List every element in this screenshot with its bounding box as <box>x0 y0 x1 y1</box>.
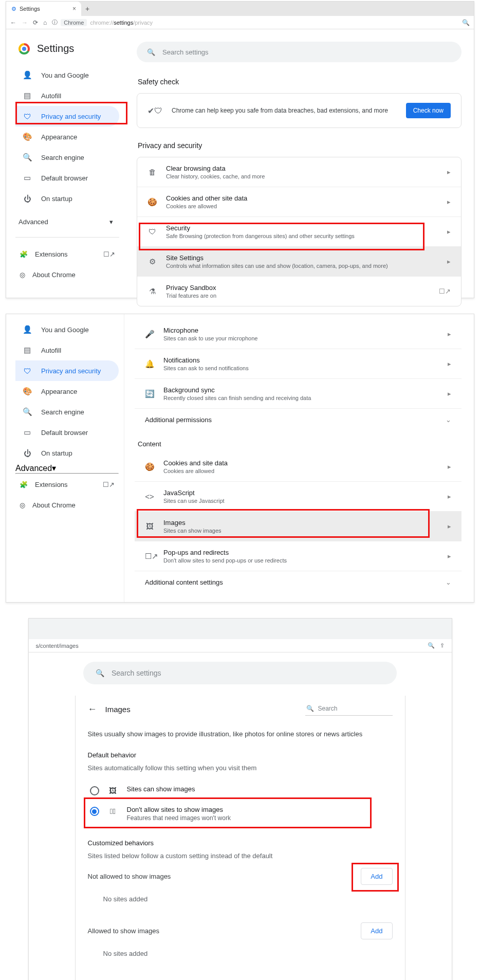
search-settings-input[interactable]: 🔍Search settings <box>137 42 461 62</box>
reload-icon[interactable]: ⟳ <box>33 19 38 26</box>
sidebar-item-search-engine[interactable]: 🔍Search engine <box>15 147 119 168</box>
row-additional-content[interactable]: Additional content settings⌄ <box>135 571 461 593</box>
row-cookies[interactable]: 🍪Cookies and other site dataCookies are … <box>137 187 461 216</box>
safety-check-card: ✔🛡 Chrome can help keep you safe from da… <box>137 93 461 128</box>
browser-icon: ▭ <box>23 173 32 183</box>
search-settings-input[interactable]: 🔍Search settings <box>83 662 397 684</box>
chevron-right-icon: ▸ <box>448 360 451 368</box>
browser-tab-settings[interactable]: ⚙ Settings × <box>6 2 81 16</box>
search-icon: 🔍 <box>23 407 32 416</box>
cookie-icon: 🍪 <box>147 197 157 207</box>
chevron-right-icon: ▸ <box>448 493 451 500</box>
custom-behaviors-hint: Sites listed below follow a custom setti… <box>88 852 393 860</box>
chrome-outline-icon: ◎ <box>20 501 25 509</box>
shield-check-icon: ✔🛡 <box>147 106 162 116</box>
chevron-right-icon: ▸ <box>448 463 451 470</box>
row-site-settings[interactable]: ⚙Site SettingsControls what information … <box>137 246 461 276</box>
page-search-input[interactable]: 🔍Search <box>305 703 393 716</box>
url-text: chrome://settings/privacy <box>90 20 153 26</box>
sidebar-item-you-and-google[interactable]: 👤You and Google <box>15 65 119 85</box>
row-clear-browsing-data[interactable]: 🗑Clear browsing dataClear history, cooki… <box>137 157 461 187</box>
chevron-right-icon: ▸ <box>448 390 451 397</box>
chevron-right-icon: ▸ <box>447 258 451 265</box>
not-allowed-label: Not allowed to show images <box>88 873 171 880</box>
radio-unchecked-icon[interactable] <box>90 786 99 795</box>
sidebar-item-on-startup[interactable]: ⏻On startup <box>15 443 119 463</box>
code-icon: <> <box>145 492 154 501</box>
permissions-list: 🎤MicrophoneSites can ask to use your mic… <box>135 319 461 431</box>
content-heading: Content <box>135 431 461 452</box>
safety-check-text: Chrome can help keep you safe from data … <box>172 107 397 114</box>
row-privacy-sandbox[interactable]: ⚗Privacy SandboxTrial features are on☐↗ <box>137 276 461 306</box>
back-icon[interactable]: ← <box>10 19 16 26</box>
default-behavior-label: Default behavior <box>88 751 393 759</box>
browser-icon: ▭ <box>23 428 32 437</box>
panel-settings-privacy: ⚙ Settings × + ← → ⟳ ⌂ ⓘ Chrome chrome:/… <box>6 1 474 298</box>
trash-icon: 🗑 <box>147 168 157 176</box>
palette-icon: 🎨 <box>23 132 32 141</box>
sidebar-item-about[interactable]: ◎About Chrome <box>20 495 115 515</box>
settings-sidebar: Settings 👤You and Google ▤Autofill 🛡Priv… <box>6 29 124 298</box>
person-icon: 👤 <box>23 325 32 334</box>
sidebar-advanced-toggle[interactable]: Advanced▾ <box>15 213 119 231</box>
sidebar-advanced-toggle[interactable]: Advanced▾ <box>15 463 119 473</box>
sidebar-item-search-engine[interactable]: 🔍Search engine <box>15 402 119 422</box>
panel-site-settings: 👤You and Google ▤Autofill 🛡Privacy and s… <box>6 314 474 603</box>
row-popups[interactable]: ☐↗Pop-ups and redirectsDon't allow sites… <box>135 541 461 571</box>
sidebar-item-on-startup[interactable]: ⏻On startup <box>15 188 119 209</box>
chevron-down-icon: ⌄ <box>446 578 451 586</box>
sidebar-item-appearance[interactable]: 🎨Appearance <box>15 126 119 147</box>
chevron-right-icon: ▸ <box>448 522 451 530</box>
settings-sidebar: 👤You and Google ▤Autofill 🛡Privacy and s… <box>6 314 124 602</box>
power-icon: ⏻ <box>23 194 32 203</box>
sidebar-item-extensions[interactable]: 🧩Extensions☐↗ <box>20 474 115 495</box>
sidebar-item-default-browser[interactable]: ▭Default browser <box>15 422 119 443</box>
mic-icon: 🎤 <box>145 330 154 339</box>
row-javascript[interactable]: <>JavaScriptSites can use Javascript▸ <box>135 481 461 511</box>
search-icon: 🔍 <box>306 705 314 712</box>
puzzle-icon: 🧩 <box>20 481 28 488</box>
sidebar-item-default-browser[interactable]: ▭Default browser <box>15 168 119 188</box>
zoom-icon[interactable]: 🔍 <box>462 19 470 26</box>
image-icon: 🖼 <box>108 786 118 795</box>
zoom-icon[interactable]: 🔍 <box>428 642 435 649</box>
back-arrow-icon[interactable]: ← <box>88 704 97 715</box>
chrome-outline-icon: ◎ <box>20 271 25 279</box>
person-icon: 👤 <box>23 70 32 80</box>
no-sites-allowed: No sites added <box>88 942 393 969</box>
sidebar-item-you-and-google[interactable]: 👤You and Google <box>15 319 119 340</box>
row-cookies-site-data[interactable]: 🍪Cookies and site dataCookies are allowe… <box>135 452 461 481</box>
sidebar-item-autofill[interactable]: ▤Autofill <box>15 340 119 360</box>
close-tab-icon[interactable]: × <box>72 5 76 12</box>
sidebar-item-extensions[interactable]: 🧩Extensions☐↗ <box>20 244 115 264</box>
share-icon[interactable]: ⇪ <box>440 642 445 649</box>
custom-behaviors-label: Customized behaviors <box>88 839 393 847</box>
row-background-sync[interactable]: 🔄Background syncRecently closed sites ca… <box>135 378 461 408</box>
chevron-right-icon: ▸ <box>447 168 451 176</box>
autofill-icon: ▤ <box>23 346 32 355</box>
home-icon[interactable]: ⌂ <box>43 19 47 26</box>
highlight-images-row <box>137 509 430 538</box>
new-tab-button[interactable]: + <box>81 2 94 16</box>
address-bar[interactable]: ⓘ Chrome chrome://settings/privacy <box>52 19 153 26</box>
highlight-sidebar-privacy <box>15 102 127 124</box>
default-behavior-hint: Sites automatically follow this setting … <box>88 764 393 772</box>
puzzle-icon: 🧩 <box>20 250 28 258</box>
page-description: Sites usually show images to provide ill… <box>88 730 393 738</box>
row-additional-permissions[interactable]: Additional permissions⌄ <box>135 408 461 431</box>
highlight-block-images <box>84 797 372 828</box>
images-page: ← Images 🔍Search Sites usually show imag… <box>75 696 405 980</box>
sidebar-item-appearance[interactable]: 🎨Appearance <box>15 381 119 402</box>
power-icon: ⏻ <box>23 449 32 458</box>
sync-icon: 🔄 <box>145 389 154 398</box>
add-allowed-button[interactable]: Add <box>361 922 392 939</box>
row-notifications[interactable]: 🔔NotificationsSites can ask to send noti… <box>135 349 461 378</box>
highlight-site-settings <box>139 223 424 250</box>
forward-icon[interactable]: → <box>22 19 28 26</box>
check-now-button[interactable]: Check now <box>406 103 451 118</box>
sidebar-item-privacy-security[interactable]: 🛡Privacy and security <box>15 360 119 381</box>
row-microphone[interactable]: 🎤MicrophoneSites can ask to use your mic… <box>135 319 461 349</box>
sidebar-item-about[interactable]: ◎About Chrome <box>20 264 115 285</box>
url-fragment: s/content/images <box>36 643 79 649</box>
page-title: Images <box>105 705 131 714</box>
